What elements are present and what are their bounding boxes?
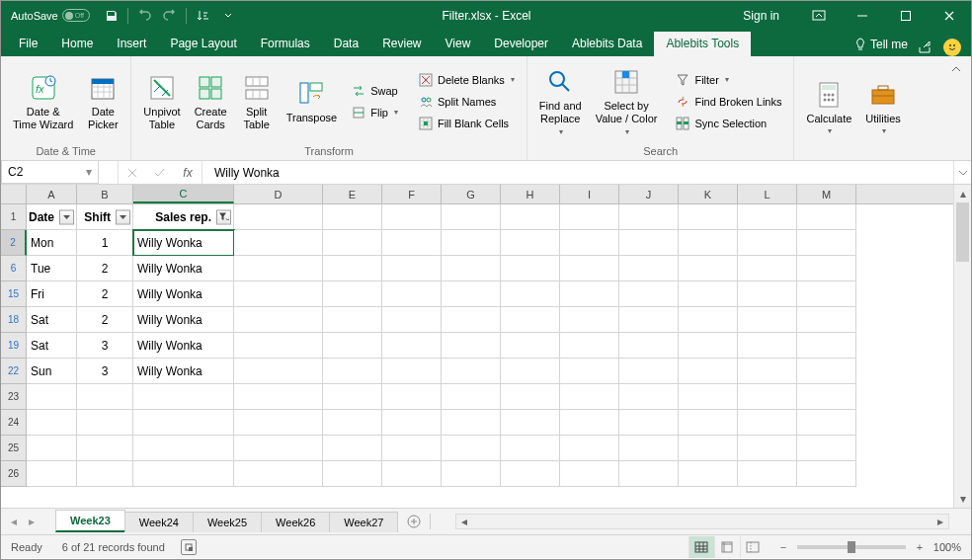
column-header-C[interactable]: C — [133, 185, 234, 203]
cell-I18[interactable] — [560, 307, 619, 333]
minimize-button[interactable] — [841, 1, 884, 30]
view-normal[interactable] — [688, 536, 714, 558]
cell-H25[interactable] — [501, 436, 560, 461]
cell-L26[interactable] — [738, 461, 797, 487]
cell-A18[interactable]: Sat — [27, 307, 77, 333]
cell-I26[interactable] — [560, 461, 619, 487]
cell-G2[interactable] — [442, 230, 501, 256]
cell-G24[interactable] — [442, 410, 501, 436]
scroll-thumb[interactable] — [956, 202, 969, 262]
tab-formulas[interactable]: Formulas — [249, 32, 322, 56]
cell-A23[interactable] — [27, 384, 77, 410]
cell-D2[interactable] — [234, 230, 323, 256]
cell-C1[interactable]: Sales rep. — [133, 204, 234, 230]
cell-C24[interactable] — [133, 410, 234, 436]
cell-B19[interactable]: 3 — [77, 333, 133, 359]
scroll-right[interactable]: ▸ — [932, 515, 948, 528]
cell-J24[interactable] — [619, 410, 679, 436]
cell-B2[interactable]: 1 — [77, 230, 133, 256]
close-button[interactable] — [928, 1, 971, 30]
column-header-J[interactable]: J — [619, 185, 679, 203]
filter-dropdown-A[interactable] — [59, 209, 74, 224]
cell-C6[interactable]: Willy Wonka — [133, 256, 234, 281]
tab-nav-next[interactable]: ▸ — [23, 513, 40, 530]
name-box[interactable]: C2▾ — [1, 161, 99, 184]
horizontal-scrollbar[interactable]: ◂ ▸ — [455, 514, 949, 529]
date-picker-button[interactable]: Date Picker — [83, 70, 122, 132]
cell-L19[interactable] — [738, 333, 797, 359]
cell-K2[interactable] — [679, 230, 738, 256]
tab-nav-prev[interactable]: ◂ — [5, 513, 23, 530]
cell-E24[interactable] — [323, 410, 382, 436]
column-header-E[interactable]: E — [323, 185, 382, 203]
split-names-button[interactable]: Split Names — [414, 92, 519, 112]
cell-F18[interactable] — [382, 307, 442, 333]
undo-button[interactable] — [132, 4, 156, 28]
filter-dropdown-B[interactable] — [116, 209, 130, 224]
cell-M23[interactable] — [797, 384, 856, 410]
fill-blanks-button[interactable]: Fill Blank Cells — [414, 114, 519, 133]
cell-I6[interactable] — [560, 256, 619, 281]
cell-M2[interactable] — [797, 230, 856, 256]
cell-J1[interactable] — [619, 204, 679, 230]
cell-G23[interactable] — [442, 384, 501, 410]
cell-K6[interactable] — [679, 256, 738, 281]
cell-J6[interactable] — [619, 256, 679, 281]
cell-K19[interactable] — [679, 333, 738, 359]
zoom-out[interactable]: − — [775, 539, 791, 555]
cell-K18[interactable] — [679, 307, 738, 333]
enter-formula-button[interactable] — [146, 167, 174, 179]
cell-I1[interactable] — [560, 204, 619, 230]
cell-L1[interactable] — [738, 204, 797, 230]
cell-E25[interactable] — [323, 436, 382, 461]
cell-A22[interactable]: Sun — [27, 359, 77, 384]
cell-K26[interactable] — [679, 461, 738, 487]
row-header[interactable]: 26 — [1, 461, 27, 487]
row-header[interactable]: 24 — [1, 410, 27, 436]
cell-B23[interactable] — [77, 384, 133, 410]
row-header[interactable]: 23 — [1, 384, 27, 410]
cell-J19[interactable] — [619, 333, 679, 359]
cell-F24[interactable] — [382, 410, 442, 436]
swap-button[interactable]: Swap — [347, 81, 402, 101]
maximize-button[interactable] — [884, 1, 928, 30]
cell-E22[interactable] — [323, 359, 382, 384]
insert-function-button[interactable]: fx — [174, 166, 202, 180]
cell-M19[interactable] — [797, 333, 856, 359]
cell-H2[interactable] — [501, 230, 560, 256]
calculate-button[interactable]: Calculate▾ — [802, 77, 855, 138]
cell-K24[interactable] — [679, 410, 738, 436]
row-header[interactable]: 25 — [1, 436, 27, 461]
cell-B1[interactable]: Shift — [77, 204, 133, 230]
cell-I23[interactable] — [560, 384, 619, 410]
cell-M15[interactable] — [797, 281, 856, 307]
column-header-B[interactable]: B — [77, 185, 133, 203]
cell-M26[interactable] — [797, 461, 856, 487]
sheet-tab-week25[interactable]: Week25 — [193, 512, 262, 532]
sort-button[interactable] — [191, 4, 214, 28]
zoom-level[interactable]: 100% — [933, 541, 961, 553]
cell-D15[interactable] — [234, 281, 323, 307]
cell-F15[interactable] — [382, 281, 442, 307]
column-header-H[interactable]: H — [501, 185, 560, 203]
cell-J23[interactable] — [619, 384, 679, 410]
transpose-button[interactable]: Transpose — [283, 76, 342, 126]
cell-E18[interactable] — [323, 307, 382, 333]
signin-button[interactable]: Sign in — [733, 9, 789, 23]
cell-H15[interactable] — [501, 281, 560, 307]
cell-F2[interactable] — [382, 230, 442, 256]
cell-B22[interactable]: 3 — [77, 359, 133, 384]
cell-C19[interactable]: Willy Wonka — [133, 333, 234, 359]
cell-H19[interactable] — [501, 333, 560, 359]
column-header-K[interactable]: K — [679, 185, 738, 203]
column-header-L[interactable]: L — [738, 185, 797, 203]
column-header-F[interactable]: F — [382, 185, 442, 203]
cell-B24[interactable] — [77, 410, 133, 436]
save-button[interactable] — [100, 4, 123, 28]
cell-L18[interactable] — [738, 307, 797, 333]
cell-E2[interactable] — [323, 230, 382, 256]
cell-L23[interactable] — [738, 384, 797, 410]
cell-L6[interactable] — [738, 256, 797, 281]
cell-K22[interactable] — [679, 359, 738, 384]
tab-file[interactable]: File — [7, 32, 49, 56]
